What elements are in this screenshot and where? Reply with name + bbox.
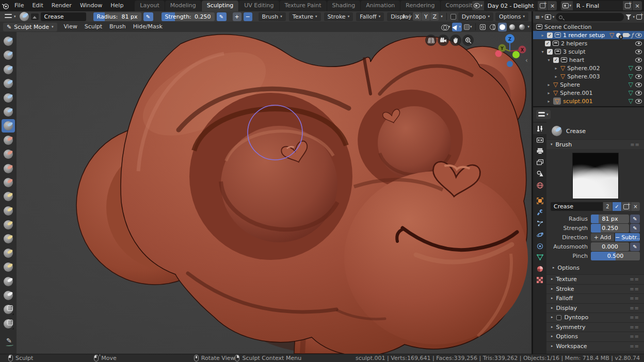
direction-add-button[interactable]: +Add <box>591 233 614 241</box>
dyntopo-dropdown[interactable]: Dyntopo▾ <box>458 12 493 21</box>
zoom-view-button[interactable] <box>462 35 474 46</box>
editor-type-icon[interactable]: ≡ <box>535 14 540 20</box>
settings-dropdown[interactable]: Falloff▾ <box>356 12 384 21</box>
blender-logo-icon[interactable] <box>0 0 10 11</box>
tool-button[interactable] <box>2 91 15 105</box>
expander-icon[interactable]: ▸ <box>554 66 558 71</box>
direction-add-toggle[interactable]: + <box>233 12 242 21</box>
scene-copy-button[interactable] <box>538 1 547 10</box>
tool-button[interactable] <box>2 35 15 48</box>
strength-slider[interactable]: 0.250 <box>591 224 629 233</box>
brush-name-field[interactable]: Crease <box>41 12 86 21</box>
shading-material-button[interactable] <box>508 23 517 31</box>
tab-view-layer[interactable] <box>533 157 546 168</box>
axis-navigation-gizmo[interactable]: Z Y X <box>491 32 530 74</box>
outliner-row-sculpt-collection[interactable]: ▾ ✓ 3 sculpt <box>533 47 644 56</box>
viewport-menu-item[interactable]: View <box>60 22 81 32</box>
panel-header[interactable]: ▸ Options ≡≡ <box>546 332 644 341</box>
duplicate-datablock-button[interactable] <box>622 202 631 211</box>
hide-toggle-icon[interactable] <box>635 33 642 38</box>
mode-selector[interactable]: ✎ Sculpt Mode ▾ <box>3 23 57 31</box>
expander-icon[interactable]: ▸ <box>554 74 558 79</box>
scene-icon[interactable]: ▾ <box>472 1 484 10</box>
workspace-tab[interactable]: Layout <box>135 1 164 11</box>
tool-button[interactable] <box>2 162 15 175</box>
filter-icon[interactable] <box>625 14 631 20</box>
viewport-menu-item[interactable]: Sculpt <box>81 22 106 32</box>
hide-toggle-icon[interactable] <box>635 83 642 87</box>
menu-item[interactable]: Edit <box>28 0 47 11</box>
tab-particles[interactable] <box>533 218 546 229</box>
expander-icon[interactable]: ▸ <box>540 33 545 38</box>
outliner-row-helpers[interactable]: ✓ 2 helpers <box>533 39 644 47</box>
outliner-row-sphere-001[interactable]: ▸ ▽ Sphere.001 ▽ <box>533 89 644 97</box>
options-dropdown[interactable]: Options▾ <box>495 12 528 21</box>
tool-button[interactable] <box>2 260 15 274</box>
viewport-menu-item[interactable]: Brush <box>106 22 130 32</box>
options-subpanel-header[interactable]: ▸ Options <box>546 263 644 272</box>
outliner-row-scene-collection[interactable]: Scene Collection <box>533 23 644 31</box>
settings-dropdown[interactable]: Brush▾ <box>259 12 286 21</box>
panel-header[interactable]: ▸ Dyntopo ≡≡ <box>546 312 644 322</box>
view-layer-icon[interactable]: ▾ <box>561 1 573 10</box>
brush-name-field[interactable]: Crease <box>551 202 603 211</box>
outliner-row-sphere-003[interactable]: ▸ ▽ Sphere.003 ▽ <box>533 72 644 80</box>
view-layer-name-field[interactable]: R - Final <box>573 1 622 10</box>
scene-name-field[interactable]: Day 02 - Delight <box>484 1 538 10</box>
hide-toggle-icon[interactable] <box>635 50 642 54</box>
tool-button[interactable] <box>2 246 15 260</box>
outliner-search-input[interactable] <box>556 13 624 21</box>
radius-pressure-toggle[interactable]: ✎ <box>630 215 640 223</box>
expander-icon[interactable]: ▸ <box>546 91 551 95</box>
sculpt-model-monkey-head[interactable] <box>24 32 532 354</box>
expander-icon[interactable]: ▾ <box>546 58 551 62</box>
outliner-row-render-setup[interactable]: ▸ ✓ 1 render setup ▽ 9 ƒ <box>533 31 644 39</box>
editor-type-button[interactable]: ▾ <box>536 110 551 119</box>
collection-checkbox[interactable]: ✓ <box>553 57 559 63</box>
menu-item[interactable]: File <box>10 0 28 11</box>
hide-toggle-icon[interactable] <box>635 91 642 95</box>
tab-output[interactable] <box>533 145 546 157</box>
tool-button[interactable] <box>2 119 15 133</box>
workspace-tab[interactable]: UV Editing <box>239 1 279 11</box>
sidebar-collapse-arrow[interactable]: ‹ <box>525 57 528 64</box>
tool-button[interactable] <box>2 134 15 147</box>
workspace-tab[interactable]: Animation <box>361 1 400 11</box>
tool-button[interactable] <box>2 105 15 119</box>
menu-item[interactable]: Window <box>76 0 106 11</box>
tool-button[interactable] <box>2 232 15 245</box>
workspace-tab[interactable]: Sculpting <box>202 1 238 11</box>
workspace-tab[interactable]: Rendering <box>400 1 440 11</box>
mirror-axis-toggle[interactable]: X <box>413 12 421 21</box>
panel-header[interactable]: ▸ Display ≡≡ <box>546 303 644 313</box>
camera-view-button[interactable] <box>438 35 449 46</box>
radius-slider[interactable]: Radius:81 px <box>93 12 141 21</box>
hide-toggle-icon[interactable] <box>635 58 642 62</box>
scene-delete-button[interactable]: × <box>548 1 557 10</box>
tool-button[interactable] <box>2 275 15 288</box>
tool-button[interactable] <box>2 176 15 189</box>
tab-scene[interactable] <box>533 168 546 179</box>
autosmooth-slider[interactable]: 0.000 <box>591 242 629 251</box>
tab-object[interactable] <box>533 195 546 206</box>
menu-item[interactable]: Help <box>106 0 127 11</box>
menu-item[interactable]: Render <box>47 0 76 11</box>
pinch-slider[interactable]: 0.500 <box>591 252 640 260</box>
strength-pressure-toggle[interactable]: ✎ <box>217 12 227 21</box>
show-overlays-toggle[interactable]: ▾ <box>440 23 452 31</box>
panel-header[interactable]: ▸ Workspace ≡≡ <box>546 341 644 351</box>
fake-user-shield-toggle[interactable]: ✓ <box>613 202 621 211</box>
tool-button[interactable] <box>2 63 15 76</box>
tool-button[interactable] <box>2 48 15 62</box>
outliner-row-sculpt-001[interactable]: ▸ ▽ sculpt.001 ▽ <box>533 97 644 105</box>
expander-icon[interactable]: ▸ <box>546 83 551 87</box>
render-region-icon[interactable] <box>478 23 487 31</box>
view-layer-delete-button[interactable]: × <box>633 1 642 10</box>
workspace-tab[interactable]: Shading <box>327 1 361 11</box>
expander-icon[interactable]: ▸ <box>546 99 551 104</box>
dyntopo-checkbox[interactable] <box>450 14 456 20</box>
panel-header[interactable]: ▸ Texture ≡≡ <box>546 274 644 284</box>
settings-dropdown[interactable]: Texture▾ <box>289 12 321 21</box>
shading-rendered-button[interactable] <box>518 23 526 31</box>
tab-modifiers[interactable] <box>533 206 546 218</box>
